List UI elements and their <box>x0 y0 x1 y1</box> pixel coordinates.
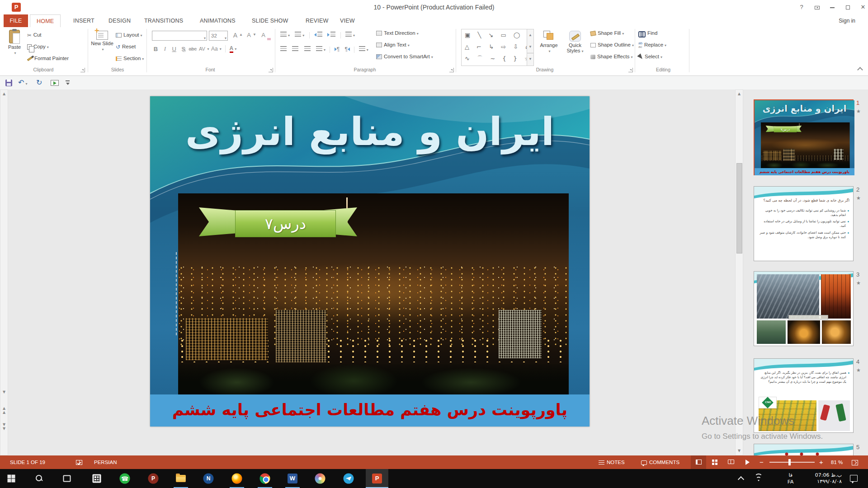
taskbar-n-app-button[interactable]: N <box>197 469 220 488</box>
panel-scrollbar-thumb[interactable] <box>736 163 742 253</box>
clear-formatting-button[interactable]: A <box>259 30 271 40</box>
shape-row-2[interactable]: △ ⌐ ↳ ⇨ ⇩ ⌂ <box>462 41 527 53</box>
bullets-button[interactable] <box>280 32 287 37</box>
slide-canvas[interactable]: ایران و منابع انرژی درس۷ پاورپوینت درس ه… <box>150 96 590 427</box>
thumbnail-panel-scrollbar[interactable]: ▲ ▼ <box>735 89 743 455</box>
minimize-button[interactable] <box>826 3 838 12</box>
task-view-button[interactable] <box>56 469 78 488</box>
tab-insert[interactable]: INSERT <box>67 14 101 27</box>
main-vertical-scrollbar[interactable]: ▲ ▼ ▲▲ ▼▼ <box>0 89 8 455</box>
taskbar-firefox-button[interactable] <box>226 469 248 488</box>
shape-fill-button[interactable]: Shape Fill▾ <box>590 28 624 38</box>
slide-counter[interactable]: SLIDE 1 OF 19 <box>10 455 45 469</box>
line-spacing-button[interactable] <box>345 32 352 37</box>
taskbar-chrome-button[interactable] <box>254 469 276 488</box>
scroll-down-arrow[interactable]: ▼ <box>0 389 8 395</box>
zoom-slider-thumb[interactable] <box>788 459 791 465</box>
tab-review[interactable]: REVIEW <box>299 14 335 27</box>
increase-indent-button[interactable] <box>327 33 330 37</box>
convert-smartart-button[interactable]: Convert to SmartArt▾ <box>376 52 433 61</box>
shape-effects-button[interactable]: Shape Effects▾ <box>590 52 632 61</box>
align-right-button[interactable] <box>304 46 311 51</box>
shape-gallery[interactable]: ▣ ╲ ↘ ▭ ◯ ▢ △ ⌐ ↳ ⇨ ⇩ ⌂ ∿ ⌒ ∼ { } ☆ <box>461 29 527 66</box>
shape-gallery-scrollbar[interactable]: ▲ ▼ ▼ <box>527 29 534 66</box>
taskbar-red-p-app-button[interactable]: P <box>142 469 165 488</box>
bold-button[interactable]: B <box>152 46 160 52</box>
italic-button[interactable]: I <box>161 45 169 52</box>
shape-row-1[interactable]: ▣ ╲ ↘ ▭ ◯ ▢ <box>462 29 527 41</box>
shape-scroll-down-icon[interactable]: ▼ <box>527 41 533 53</box>
save-button[interactable] <box>5 80 12 88</box>
text-direction-button[interactable]: Text Direction▾ <box>376 28 419 38</box>
ribbon-display-options-button[interactable] <box>811 3 823 12</box>
decrease-indent-button[interactable] <box>314 33 316 37</box>
customize-qat-button[interactable] <box>65 80 71 87</box>
tray-show-hidden-icons-button[interactable] <box>739 469 743 488</box>
new-slide-button[interactable]: New Slide ▾ <box>90 29 114 52</box>
restore-button[interactable] <box>842 3 854 12</box>
thumbnail-slide-4[interactable]: همین اتفاق را برای نفت، گاز، بنزین در نظ… <box>754 358 854 433</box>
arrange-button[interactable]: Arrange▾ <box>536 29 561 53</box>
paragraph-dialog-launcher[interactable] <box>449 68 454 72</box>
thumbnail-slide-2[interactable]: اگر برق خانه ی شما قطع شود، در آن لحظه چ… <box>754 186 854 261</box>
section-button[interactable]: Section▾ <box>116 53 144 63</box>
thumbnail-slide-5[interactable] <box>754 444 854 455</box>
panel-scroll-down-arrow[interactable]: ▼ <box>736 448 743 454</box>
find-button[interactable]: Find <box>638 28 657 38</box>
shape-outline-button[interactable]: Shape Outline▾ <box>590 40 634 50</box>
start-slideshow-button[interactable] <box>51 80 59 87</box>
start-button[interactable] <box>0 469 23 488</box>
reset-button[interactable]: ↺Reset <box>116 42 136 52</box>
paste-button[interactable]: Paste▾ <box>4 29 25 55</box>
panel-scroll-up-arrow[interactable]: ▲ <box>736 91 743 97</box>
zoom-in-button[interactable]: + <box>819 455 823 469</box>
taskbar-apps-button[interactable] <box>85 469 108 488</box>
align-center-button[interactable] <box>292 46 298 51</box>
normal-view-button[interactable] <box>691 455 706 469</box>
underline-button[interactable]: U <box>170 46 178 52</box>
grow-font-button[interactable]: A▲ <box>231 30 243 40</box>
cut-button[interactable]: ✂Cut <box>27 30 42 40</box>
font-color-button[interactable]: A <box>230 46 234 53</box>
tab-view[interactable]: VIEW <box>334 14 361 27</box>
tab-slideshow[interactable]: SLIDE SHOW <box>245 14 295 27</box>
notes-button[interactable]: NOTES <box>599 455 625 469</box>
zoom-slider-track[interactable] <box>769 462 815 463</box>
columns-button[interactable] <box>359 46 365 51</box>
zoom-level[interactable]: 81 % <box>831 455 843 469</box>
tab-transitions[interactable]: TRANSITIONS <box>138 14 189 27</box>
quick-styles-button[interactable]: Quick Styles▾ <box>562 29 588 53</box>
drawing-dialog-launcher[interactable] <box>628 68 633 72</box>
previous-slide-button[interactable]: ▲▲ <box>0 406 8 414</box>
slide-sorter-view-button[interactable] <box>707 455 722 469</box>
close-button[interactable]: ✕ <box>857 3 868 12</box>
tray-clock[interactable]: ب.ظ 07:06 ۱۳۹۹/۰۸/۰۸ <box>803 469 842 488</box>
help-button[interactable]: ? <box>796 3 807 12</box>
shape-scroll-up-icon[interactable]: ▲ <box>527 29 533 41</box>
shape-gallery-more-icon[interactable]: ▼ <box>527 53 533 65</box>
shrink-font-button[interactable]: A▼ <box>245 30 256 40</box>
fit-to-window-button[interactable] <box>852 455 858 469</box>
text-shadow-button[interactable]: S <box>179 46 187 52</box>
justify-button[interactable] <box>316 46 322 51</box>
align-left-button[interactable] <box>280 46 287 51</box>
lesson-ribbon-banner[interactable]: درس۷ <box>199 203 357 241</box>
sign-in-link[interactable]: Sign in <box>839 14 855 27</box>
tab-file[interactable]: FILE <box>4 14 28 27</box>
select-button[interactable]: Select▾ <box>638 52 662 61</box>
font-dialog-launcher[interactable] <box>269 68 273 72</box>
tab-home[interactable]: HOME <box>30 14 61 27</box>
action-center-button[interactable] <box>850 469 858 488</box>
copy-button[interactable]: Copy▾ <box>27 42 49 52</box>
character-spacing-button[interactable]: AV <box>198 46 206 52</box>
taskbar-paint-button[interactable] <box>309 469 331 488</box>
taskbar-search-button[interactable] <box>28 469 51 488</box>
replace-button[interactable]: abacReplace▾ <box>638 40 666 50</box>
language-indicator[interactable]: PERSIAN <box>94 455 117 469</box>
font-name-combo[interactable]: ▾ <box>152 31 207 41</box>
thumbnail-slide-3[interactable] <box>754 271 854 346</box>
rtl-direction-button[interactable] <box>348 47 350 51</box>
align-text-button[interactable]: Align Text▾ <box>376 40 410 50</box>
change-case-button[interactable]: Aa <box>211 46 218 52</box>
redo-button[interactable]: ↻ <box>36 78 42 87</box>
